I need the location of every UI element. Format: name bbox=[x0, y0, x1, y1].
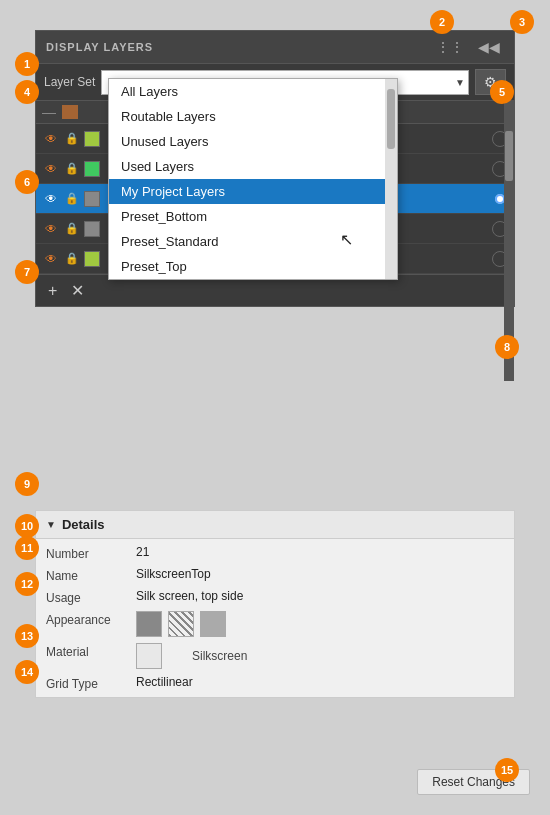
details-collapse-icon[interactable]: ▼ bbox=[46, 519, 56, 530]
dropdown-item-all-layers[interactable]: All Layers bbox=[109, 79, 397, 104]
badge-3: 3 bbox=[510, 10, 534, 34]
dropdown-item-preset-standard[interactable]: Preset_Standard bbox=[109, 229, 397, 254]
badge-4: 4 bbox=[15, 80, 39, 104]
badge-5: 5 bbox=[490, 80, 514, 104]
layer-set-label: Layer Set bbox=[44, 75, 95, 89]
dash-icon: — bbox=[42, 104, 56, 120]
layer-set-dropdown: All Layers Routable Layers Unused Layers… bbox=[108, 78, 398, 280]
lock-icon-header bbox=[62, 105, 78, 119]
details-title: Details bbox=[62, 517, 105, 532]
lock-icon-22[interactable]: 🔒 bbox=[64, 222, 80, 236]
color-swatch-20 bbox=[84, 161, 100, 177]
material-swatch[interactable] bbox=[136, 643, 162, 669]
badge-11: 11 bbox=[15, 536, 39, 560]
dropdown-item-preset-bottom[interactable]: Preset_Bottom bbox=[109, 204, 397, 229]
appearance-swatch-solid[interactable] bbox=[136, 611, 162, 637]
lock-icon-20[interactable]: 🔒 bbox=[64, 162, 80, 176]
eye-icon-19[interactable]: 👁 bbox=[42, 132, 60, 146]
lock-icon-23[interactable]: 🔒 bbox=[64, 252, 80, 266]
lock-icon-19[interactable]: 🔒 bbox=[64, 132, 80, 146]
badge-1: 1 bbox=[15, 52, 39, 76]
dropdown-item-routable[interactable]: Routable Layers bbox=[109, 104, 397, 129]
panel-title: DISPLAY LAYERS bbox=[46, 41, 153, 53]
details-section: ▼ Details Number 21 Name SilkscreenTop U… bbox=[35, 510, 515, 698]
material-row: Silkscreen bbox=[136, 643, 504, 669]
material-value: Silkscreen bbox=[192, 649, 247, 663]
badge-12: 12 bbox=[15, 572, 39, 596]
label-appearance: Appearance bbox=[46, 611, 136, 637]
dropdown-scrollbar-thumb bbox=[387, 89, 395, 149]
dropdown-item-unused[interactable]: Unused Layers bbox=[109, 129, 397, 154]
dropdown-scrollbar[interactable] bbox=[385, 79, 397, 279]
label-name: Name bbox=[46, 567, 136, 583]
badge-9: 9 bbox=[15, 472, 39, 496]
dropdown-item-preset-top[interactable]: Preset_Top bbox=[109, 254, 397, 279]
label-grid-type: Grid Type bbox=[46, 675, 136, 691]
appearance-row bbox=[136, 611, 504, 637]
value-grid-type: Rectilinear bbox=[136, 675, 504, 691]
scrollbar-thumb bbox=[505, 131, 513, 181]
appearance-swatch-light[interactable] bbox=[200, 611, 226, 637]
badge-14: 14 bbox=[15, 660, 39, 684]
eye-icon-20[interactable]: 👁 bbox=[42, 162, 60, 176]
value-name: SilkscreenTop bbox=[136, 567, 504, 583]
badge-15: 15 bbox=[495, 758, 519, 782]
appearance-swatch-hatched[interactable] bbox=[168, 611, 194, 637]
remove-layer-button[interactable]: ✕ bbox=[67, 279, 88, 302]
color-swatch-23 bbox=[84, 251, 100, 267]
badge-10: 10 bbox=[15, 514, 39, 538]
badge-2: 2 bbox=[430, 10, 454, 34]
dropdown-item-myproject[interactable]: My Project Layers bbox=[109, 179, 397, 204]
details-grid: Number 21 Name SilkscreenTop Usage Silk … bbox=[36, 539, 514, 697]
eye-icon-21[interactable]: 👁 bbox=[42, 192, 60, 206]
eye-icon-23[interactable]: 👁 bbox=[42, 252, 60, 266]
badge-8: 8 bbox=[495, 335, 519, 359]
add-layer-button[interactable]: + bbox=[44, 280, 61, 302]
badge-7: 7 bbox=[15, 260, 39, 284]
panel-header: DISPLAY LAYERS ⋮⋮ ◀◀ bbox=[36, 31, 514, 64]
badge-6: 6 bbox=[15, 170, 39, 194]
value-number: 21 bbox=[136, 545, 504, 561]
collapse-icon[interactable]: ◀◀ bbox=[474, 37, 504, 57]
label-number: Number bbox=[46, 545, 136, 561]
eye-icon-22[interactable]: 👁 bbox=[42, 222, 60, 236]
dropdown-item-used[interactable]: Used Layers bbox=[109, 154, 397, 179]
value-usage: Silk screen, top side bbox=[136, 589, 504, 605]
badge-13: 13 bbox=[15, 624, 39, 648]
dots-icon[interactable]: ⋮⋮ bbox=[432, 37, 468, 57]
details-header: ▼ Details bbox=[36, 511, 514, 539]
label-usage: Usage bbox=[46, 589, 136, 605]
label-material: Material bbox=[46, 643, 136, 669]
color-swatch-19 bbox=[84, 131, 100, 147]
color-swatch-22 bbox=[84, 221, 100, 237]
lock-icon-21[interactable]: 🔒 bbox=[64, 192, 80, 206]
header-icons: ⋮⋮ ◀◀ bbox=[432, 37, 504, 57]
color-swatch-21 bbox=[84, 191, 100, 207]
